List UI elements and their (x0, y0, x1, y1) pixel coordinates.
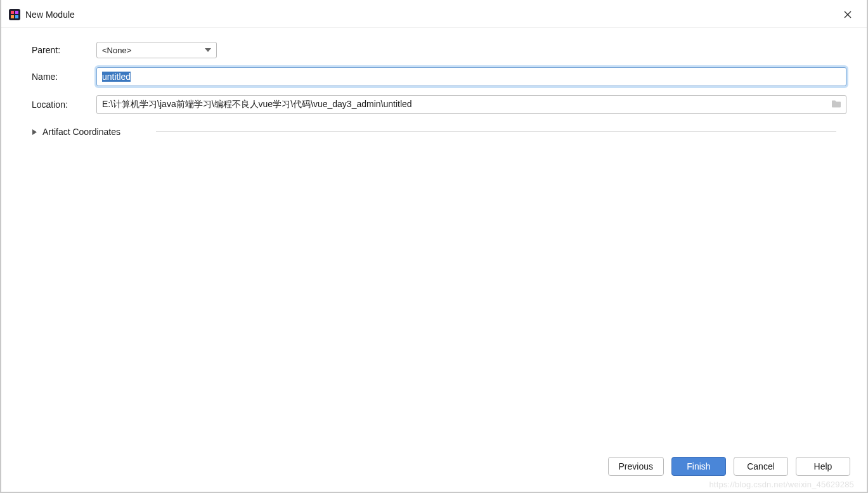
window-title: New Module (25, 10, 75, 20)
svg-rect-4 (15, 15, 18, 18)
location-row: Location: (22, 95, 846, 114)
chevron-right-icon (32, 129, 37, 135)
location-input[interactable] (96, 95, 846, 114)
close-button[interactable] (835, 6, 860, 23)
chevron-down-icon (205, 46, 211, 55)
new-module-dialog: New Module Parent: <None> Name: (0, 0, 868, 493)
name-row: Name: (22, 67, 846, 86)
svg-marker-7 (205, 48, 211, 52)
svg-rect-2 (15, 11, 18, 14)
titlebar: New Module (1, 0, 867, 28)
artifact-coordinates-expander[interactable]: Artifact Coordinates (32, 123, 846, 141)
svg-rect-0 (9, 9, 20, 20)
svg-rect-1 (11, 11, 14, 14)
artifact-coordinates-label: Artifact Coordinates (42, 127, 120, 137)
app-icon (9, 9, 20, 20)
form-content: Parent: <None> Name: Location: (1, 28, 867, 452)
parent-select[interactable]: <None> (96, 42, 217, 58)
name-input[interactable] (96, 67, 846, 86)
name-label: Name: (22, 72, 96, 82)
svg-marker-8 (32, 129, 37, 135)
parent-select-value: <None> (102, 46, 131, 55)
browse-folder-button[interactable] (831, 99, 841, 110)
svg-rect-3 (11, 15, 14, 18)
previous-button[interactable]: Previous (608, 457, 664, 476)
dialog-footer: Previous Finish Cancel Help (1, 452, 867, 492)
location-label: Location: (22, 99, 96, 110)
cancel-button[interactable]: Cancel (734, 457, 788, 476)
close-icon (844, 11, 852, 18)
parent-row: Parent: <None> (22, 42, 846, 58)
help-button[interactable]: Help (796, 457, 850, 476)
parent-label: Parent: (22, 45, 96, 55)
finish-button[interactable]: Finish (671, 457, 726, 476)
folder-icon (831, 99, 841, 108)
divider (156, 131, 836, 132)
